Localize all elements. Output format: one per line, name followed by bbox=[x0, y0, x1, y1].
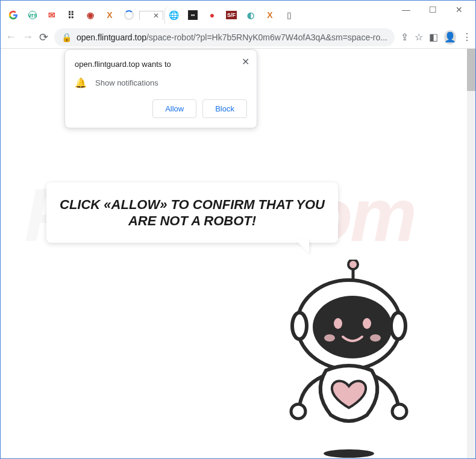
address-bar: ← → ⟳ 🔒 open.flintguard.top/space-robot/… bbox=[1, 26, 475, 49]
tab-9[interactable]: ▪▪ bbox=[184, 7, 202, 23]
back-button[interactable]: ← bbox=[5, 31, 16, 43]
speech-bubble: CLICK «ALLOW» TO CONFIRM THAT YOU ARE NO… bbox=[46, 183, 338, 243]
svg-point-6 bbox=[334, 318, 342, 329]
prompt-close-button[interactable]: ✕ bbox=[242, 56, 249, 67]
svg-point-7 bbox=[363, 318, 371, 329]
tab-5[interactable]: ◉ bbox=[81, 7, 99, 23]
dark-square-icon: ▪▪ bbox=[188, 10, 198, 20]
tab-2[interactable]: vrs bbox=[23, 7, 42, 23]
tab-4[interactable]: ⠿ bbox=[62, 7, 80, 23]
prompt-permission-row: 🔔 Show notifications bbox=[75, 77, 247, 89]
google-icon bbox=[8, 10, 18, 20]
vrs-icon: vrs bbox=[28, 11, 37, 19]
share-icon[interactable]: ⇪ bbox=[401, 31, 409, 43]
cloud-icon: ◐ bbox=[246, 10, 255, 20]
eye-icon: ◉ bbox=[86, 10, 95, 20]
menu-icon[interactable]: ⋮ bbox=[462, 31, 472, 43]
svg-point-1 bbox=[348, 260, 358, 269]
scrollbar-thumb[interactable] bbox=[467, 49, 475, 91]
page-content: PCrisk.com ✕ open.flintguard.top wants t… bbox=[1, 49, 475, 458]
speech-bubble-text: CLICK «ALLOW» TO CONFIRM THAT YOU ARE NO… bbox=[57, 196, 327, 230]
tab-google[interactable] bbox=[4, 7, 22, 23]
close-window-button[interactable]: ✕ bbox=[446, 1, 472, 18]
browser-window: — ☐ ✕ vrs ✉ ⠿ ◉ X ✕ 🌐 ▪▪ ● S/F ◐ X ▯ ← →… bbox=[0, 0, 476, 459]
maximize-button[interactable]: ☐ bbox=[419, 1, 446, 18]
vertical-scrollbar[interactable] bbox=[467, 49, 475, 458]
tab-12[interactable]: ◐ bbox=[242, 7, 260, 23]
tab-6[interactable]: X bbox=[101, 7, 119, 23]
svg-point-9 bbox=[370, 334, 381, 342]
svg-point-11 bbox=[392, 404, 407, 419]
sf-icon: S/F bbox=[226, 11, 237, 19]
tab-10[interactable]: ● bbox=[203, 7, 221, 23]
prompt-permission-label: Show notifications bbox=[95, 78, 158, 87]
tab-active[interactable]: ✕ bbox=[139, 11, 163, 20]
svg-point-8 bbox=[324, 334, 335, 342]
url-path: /space-robot/?pl=Hk7b5RNyK0m6w7W4ofA3qA&… bbox=[146, 33, 387, 42]
robot-image bbox=[266, 260, 422, 459]
url-domain: open.flintguard.top bbox=[77, 33, 146, 42]
x-orange-icon: X bbox=[265, 10, 275, 20]
window-controls: — ☐ ✕ bbox=[393, 1, 475, 18]
x-icon: X bbox=[105, 10, 114, 20]
svg-point-12 bbox=[324, 449, 374, 458]
reader-icon[interactable]: ◧ bbox=[429, 31, 438, 43]
red-circle-icon: ● bbox=[207, 10, 217, 20]
lock-icon: 🔒 bbox=[61, 33, 72, 42]
profile-icon[interactable]: 👤 bbox=[444, 30, 456, 45]
svg-point-10 bbox=[291, 404, 305, 419]
globe-icon: 🌐 bbox=[169, 10, 179, 20]
block-button[interactable]: Block bbox=[202, 99, 247, 118]
grid-icon: ⠿ bbox=[66, 10, 76, 20]
tab-13[interactable]: X bbox=[261, 7, 279, 23]
tab-11[interactable]: S/F bbox=[222, 7, 240, 23]
url-input[interactable]: 🔒 open.flintguard.top/space-robot/?pl=Hk… bbox=[54, 28, 395, 46]
tab-8[interactable]: 🌐 bbox=[164, 7, 183, 23]
forward-button[interactable]: → bbox=[22, 31, 33, 43]
notification-permission-prompt: ✕ open.flintguard.top wants to 🔔 Show no… bbox=[64, 49, 257, 128]
svg-point-3 bbox=[292, 313, 307, 339]
bell-icon: 🔔 bbox=[75, 77, 87, 89]
svg-point-4 bbox=[391, 313, 406, 339]
tab-loading[interactable] bbox=[120, 7, 138, 23]
page-icon: ▯ bbox=[284, 10, 294, 20]
prompt-title: open.flintguard.top wants to bbox=[75, 60, 247, 69]
tab-14[interactable]: ▯ bbox=[280, 7, 298, 23]
minimize-button[interactable]: — bbox=[393, 1, 419, 18]
bookmark-icon[interactable]: ☆ bbox=[415, 31, 423, 43]
allow-button[interactable]: Allow bbox=[152, 99, 196, 118]
tab-3[interactable]: ✉ bbox=[43, 7, 61, 23]
loading-spinner-icon bbox=[124, 10, 134, 20]
reload-button[interactable]: ⟳ bbox=[39, 31, 48, 44]
tab-close-icon[interactable]: ✕ bbox=[153, 11, 159, 20]
mail-icon: ✉ bbox=[47, 10, 57, 20]
svg-point-5 bbox=[313, 296, 392, 358]
